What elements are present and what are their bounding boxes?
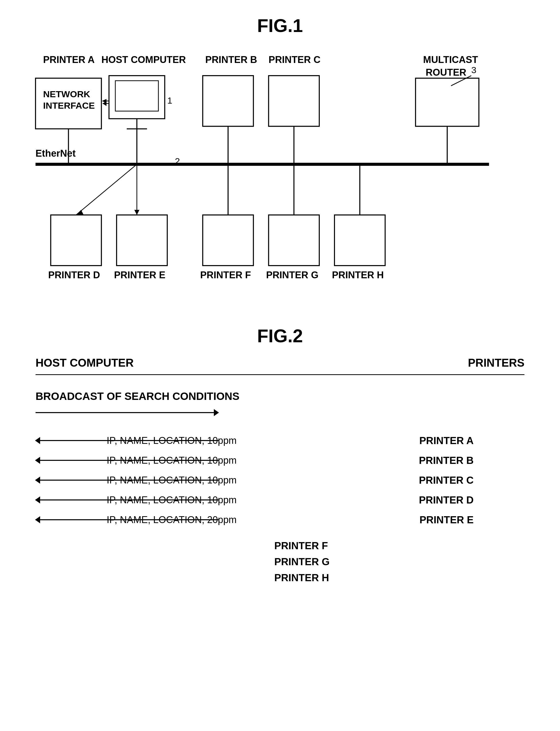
svg-rect-13 <box>115 81 158 111</box>
response-printer-3: PRINTER D <box>419 494 474 506</box>
svg-text:PRINTER E: PRINTER E <box>114 270 165 280</box>
svg-text:INTERFACE: INTERFACE <box>43 100 95 111</box>
svg-text:PRINTER F: PRINTER F <box>200 270 251 280</box>
response-row-3: IP, NAME, LOCATION, 10ppm PRINTER D <box>36 492 524 507</box>
response-info-0: IP, NAME, LOCATION, 10ppm <box>107 435 237 446</box>
svg-text:PRINTER B: PRINTER B <box>205 54 257 65</box>
non-response-printer-g: PRINTER G <box>274 556 524 567</box>
svg-text:PRINTER C: PRINTER C <box>269 54 321 65</box>
response-info-4: IP, NAME, LOCATION, 20ppm <box>107 514 237 525</box>
response-printer-2: PRINTER C <box>419 474 474 486</box>
broadcast-label: BROADCAST OF SEARCH CONDITIONS <box>36 390 524 402</box>
svg-text:PRINTER A: PRINTER A <box>43 54 95 65</box>
svg-text:PRINTER G: PRINTER G <box>266 270 318 280</box>
svg-rect-12 <box>109 76 165 119</box>
fig2-title: FIG.2 <box>20 326 540 346</box>
svg-text:NETWORK: NETWORK <box>43 89 90 99</box>
svg-text:HOST COMPUTER: HOST COMPUTER <box>101 54 186 65</box>
response-row-4: IP, NAME, LOCATION, 20ppm PRINTER E <box>36 512 524 527</box>
svg-text:EtherNet: EtherNet <box>36 148 76 159</box>
response-info-1: IP, NAME, LOCATION, 10ppm <box>107 455 237 466</box>
svg-marker-30 <box>76 210 84 215</box>
non-response-printer-f: PRINTER F <box>274 540 524 551</box>
host-computer-label: HOST COMPUTER <box>36 357 134 369</box>
broadcast-arrow-container <box>36 405 524 420</box>
svg-rect-19 <box>415 78 479 127</box>
svg-text:PRINTER D: PRINTER D <box>48 270 100 280</box>
non-response-printers: PRINTER F PRINTER G PRINTER H <box>36 540 524 583</box>
fig2-header: HOST COMPUTER PRINTERS <box>36 357 524 375</box>
svg-text:1: 1 <box>167 95 172 106</box>
svg-rect-41 <box>203 215 253 266</box>
response-info-3: IP, NAME, LOCATION, 10ppm <box>107 495 237 505</box>
response-printer-1: PRINTER B <box>419 455 474 466</box>
svg-rect-17 <box>203 76 253 127</box>
response-row-1: IP, NAME, LOCATION, 10ppm PRINTER B <box>36 453 524 468</box>
svg-rect-43 <box>269 215 319 266</box>
svg-rect-39 <box>117 215 167 266</box>
svg-rect-18 <box>269 76 319 127</box>
svg-line-29 <box>76 164 137 215</box>
svg-text:3: 3 <box>471 65 476 75</box>
response-row-2: IP, NAME, LOCATION, 10ppm PRINTER C <box>36 472 524 488</box>
non-response-printer-h: PRINTER H <box>274 572 524 583</box>
svg-rect-45 <box>334 215 385 266</box>
response-row-0: IP, NAME, LOCATION, 10ppm PRINTER A <box>36 433 524 448</box>
response-info-2: IP, NAME, LOCATION, 10ppm <box>107 475 237 486</box>
fig2-container: HOST COMPUTER PRINTERS BROADCAST OF SEAR… <box>20 357 540 583</box>
svg-rect-37 <box>51 215 102 266</box>
response-printer-0: PRINTER A <box>419 435 474 446</box>
svg-text:MULTICAST: MULTICAST <box>423 54 478 65</box>
svg-text:ROUTER: ROUTER <box>426 67 466 78</box>
broadcast-arrow-line <box>36 412 218 413</box>
response-printer-4: PRINTER E <box>420 514 474 525</box>
svg-text:PRINTER H: PRINTER H <box>332 270 384 280</box>
svg-marker-32 <box>134 210 139 215</box>
fig1-title: FIG.1 <box>20 15 540 36</box>
fig2-diagram: HOST COMPUTER PRINTERS BROADCAST OF SEAR… <box>36 357 524 583</box>
printers-label: PRINTERS <box>468 357 524 369</box>
svg-marker-48 <box>102 99 106 103</box>
fig1-container: PRINTER A HOST COMPUTER 1 PRINTER B PRIN… <box>20 46 540 295</box>
